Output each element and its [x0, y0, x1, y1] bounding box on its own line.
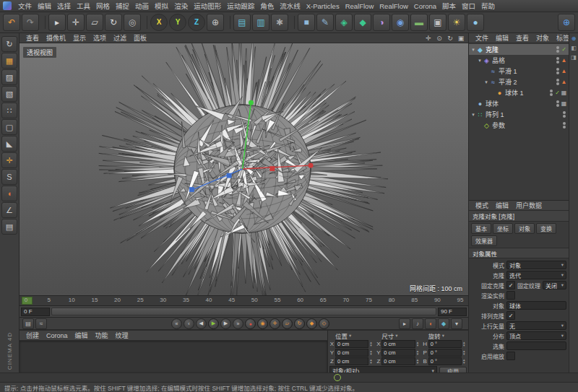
visibility-dots[interactable]	[556, 57, 559, 64]
model-mode-icon[interactable]: ▦	[1, 53, 17, 69]
menubar-item-X-Particles[interactable]: X-Particles	[303, 2, 342, 10]
attr-固定克隆-checkbox[interactable]: ✓	[506, 281, 515, 289]
axis-mode-icon[interactable]: ✛	[1, 152, 17, 168]
material-list-area[interactable]	[20, 341, 327, 373]
visibility-dots[interactable]	[563, 122, 566, 129]
key-scale-button[interactable]: ▱	[282, 318, 293, 329]
attribute-menu-模式[interactable]: 模式	[473, 201, 491, 210]
coord-value-field[interactable]: 0 °	[428, 349, 462, 357]
frame-snap-icon[interactable]: ◖	[425, 318, 436, 329]
coord-group-title[interactable]: 旋转▾	[423, 331, 467, 339]
attr-固定纹理-dropdown[interactable]: 关闭▾	[543, 281, 566, 289]
visibility-dots[interactable]	[556, 100, 559, 107]
material-menu-功能[interactable]: 功能	[92, 331, 111, 340]
object-row-球体 1[interactable]: ●球体 1✓▦	[469, 87, 569, 98]
menubar-item-动画[interactable]: 动画	[132, 1, 152, 11]
autokey-button[interactable]: ◉	[257, 318, 268, 329]
menubar-item-角色[interactable]: 角色	[257, 1, 277, 11]
menubar-item-帮助[interactable]: 帮助	[478, 1, 498, 11]
attribute-menu-编辑[interactable]: 编辑	[493, 201, 512, 210]
attribute-section-header[interactable]: 对象属性	[469, 248, 569, 258]
attribute-tab-坐标[interactable]: 坐标	[493, 223, 513, 234]
keyframe-selection-icon[interactable]: ◆	[438, 318, 449, 329]
menubar-item-渲染[interactable]: 渲染	[171, 1, 191, 11]
spiky-ball-object[interactable]	[20, 43, 468, 295]
points-mode-icon[interactable]: ∷	[1, 103, 17, 118]
menubar-item-捕捉[interactable]: 捕捉	[113, 1, 132, 11]
tri-tag-icon[interactable]: ▲	[561, 68, 567, 74]
attr-启用缩放-checkbox[interactable]	[506, 352, 515, 360]
texture-mode-icon[interactable]: ▨	[1, 69, 17, 85]
stepper-icon[interactable]: ▲▼	[416, 350, 420, 356]
cube-primitive-icon[interactable]: ■	[298, 14, 315, 31]
key-parameter-button[interactable]: ◆	[306, 318, 317, 329]
render-view-icon[interactable]: ▤	[233, 14, 251, 31]
object-manager-menu-编辑[interactable]: 编辑	[493, 33, 512, 43]
move-tool-icon[interactable]: ✛	[67, 14, 85, 31]
attr-克隆-dropdown[interactable]: 迭代▾	[506, 271, 566, 279]
viewport-menu-查看[interactable]: 查看	[22, 33, 43, 43]
goto-end-button[interactable]: »	[233, 318, 243, 329]
visibility-dots[interactable]	[556, 46, 559, 53]
stepper-icon[interactable]: ▲▼	[369, 341, 374, 347]
coord-value-field[interactable]: 0 cm	[335, 349, 368, 357]
menubar-item-文件[interactable]: 文件	[15, 1, 35, 11]
check-tag-icon[interactable]: ✓	[554, 90, 561, 96]
redo-icon[interactable]: ↷	[22, 14, 39, 31]
render-progress-icon[interactable]	[334, 374, 341, 381]
menubar-item-工具[interactable]: 工具	[74, 1, 93, 11]
sound-toggle-icon[interactable]: ♪	[412, 318, 423, 329]
object-manager-menu-对象[interactable]: 对象	[533, 33, 552, 43]
coord-value-field[interactable]: 0 cm	[381, 349, 415, 357]
goto-start-button[interactable]: «	[171, 318, 182, 329]
key-rotation-button[interactable]: ↻	[294, 318, 305, 329]
coord-value-field[interactable]: 0 °	[428, 340, 462, 348]
attr-对象-field[interactable]: 球体	[506, 301, 566, 310]
menubar-item-运动图形[interactable]: 运动图形	[191, 1, 224, 11]
uv-tag-icon[interactable]: ▦	[561, 90, 567, 96]
scale-tool-icon[interactable]: ▱	[86, 14, 103, 31]
viewport-menu-选项[interactable]: 选项	[90, 33, 110, 43]
viewport-label[interactable]: 透视视图	[23, 47, 56, 58]
attr-上行矢量-dropdown[interactable]: 无▾	[506, 321, 566, 330]
viewport-menu-摄像机[interactable]: 摄像机	[43, 33, 69, 43]
menubar-item-流水线[interactable]: 流水线	[277, 1, 303, 11]
workplane-lock-icon[interactable]: ▤	[1, 219, 17, 235]
pan-view-icon[interactable]: ✛	[424, 35, 433, 42]
collapse-icon[interactable]: ▾	[483, 79, 489, 85]
playback-rate-icon[interactable]: ▸	[399, 318, 410, 329]
key-pla-button[interactable]: ◇	[319, 318, 329, 329]
material-menu-编辑[interactable]: 编辑	[72, 331, 91, 340]
content-browser-globe-icon[interactable]: ⊕	[570, 35, 577, 42]
live-selection-icon[interactable]: ▸	[48, 14, 66, 31]
menubar-item-RealFlow[interactable]: RealFlow	[376, 2, 411, 10]
coord-value-field[interactable]: 0 cm	[335, 357, 368, 365]
coordinate-system-icon[interactable]: ⊕	[207, 14, 224, 31]
rotate-view-icon[interactable]: ↻	[446, 35, 454, 42]
solo-mode-icon[interactable]: S	[1, 169, 17, 185]
convert-editable-icon[interactable]: ↻	[1, 36, 17, 52]
object-manager-menu-查看[interactable]: 查看	[513, 33, 532, 43]
rotate-tool-icon[interactable]: ↻	[105, 14, 122, 31]
stepper-icon[interactable]: ▲▼	[462, 341, 467, 347]
coord-value-field[interactable]: 0 cm	[381, 340, 415, 348]
stepper-icon[interactable]: ▲▼	[369, 359, 374, 365]
stepper-icon[interactable]: ▲▼	[462, 350, 467, 356]
timeline-ruler[interactable]: 05101520253035404550556065707580859095	[20, 295, 468, 306]
visibility-dots[interactable]	[556, 68, 559, 74]
visibility-dots[interactable]	[556, 79, 559, 85]
attr-分布-dropdown[interactable]: 顶点▾	[506, 331, 566, 340]
object-row-球体[interactable]: ●球体▦	[469, 98, 569, 109]
layout-globe-icon[interactable]: ⊕	[558, 14, 575, 31]
material-menu-创建[interactable]: 创建	[23, 331, 42, 340]
workplane-mode-icon[interactable]: ▧	[1, 86, 17, 102]
object-row-克隆[interactable]: ▾◆克隆✓	[469, 44, 569, 55]
coord-value-field[interactable]: 0 cm	[335, 340, 368, 348]
key-position-button[interactable]: ✛	[269, 318, 280, 329]
attribute-tab-效果器[interactable]: 效果器	[471, 235, 497, 246]
coord-value-field[interactable]: 0 °	[428, 357, 462, 365]
collapse-icon[interactable]: ▾	[470, 47, 476, 53]
tri-tag-icon[interactable]: ▲	[561, 57, 567, 64]
collapse-icon[interactable]: ▾	[470, 112, 476, 118]
menubar-item-窗口[interactable]: 窗口	[459, 1, 478, 11]
